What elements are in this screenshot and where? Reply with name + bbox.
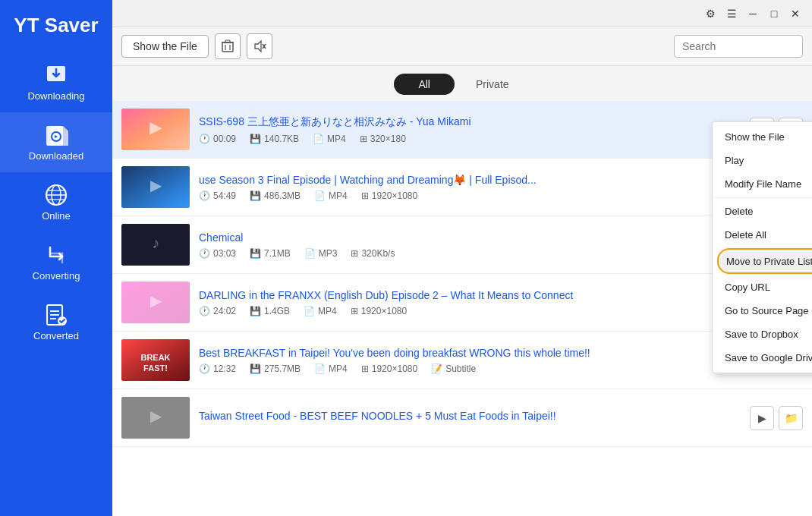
item-resolution: ⊞ 320Kb/s (351, 248, 395, 259)
downloaded-icon (44, 123, 68, 147)
clock-icon: 🕐 (199, 306, 210, 316)
clock-icon: 🕐 (199, 190, 210, 201)
sidebar: YT Saver Downloading Downloaded (0, 0, 112, 516)
item-size: 💾 1.4GB (250, 306, 290, 316)
svg-text:BREAK: BREAK (140, 353, 170, 362)
context-play[interactable]: Play (713, 149, 812, 172)
clock-icon: 🕐 (199, 248, 210, 259)
search-input[interactable] (674, 35, 803, 58)
svg-text:▶: ▶ (149, 118, 162, 137)
list-item: ▶ SSIS-698 三上悠亜と新ありなと相沢みなみ - Yua Mikami … (112, 101, 812, 159)
item-info: Chemical 🕐 03:03 💾 7.1MB 📄 MP3 (199, 231, 744, 259)
item-thumbnail: ▶ (121, 282, 190, 323)
tab-private[interactable]: Private (455, 74, 530, 95)
item-title: Best BREAKFAST in Taipei! You've been do… (199, 347, 639, 359)
maximize-button[interactable]: □ (763, 3, 785, 24)
context-delete[interactable]: Delete (713, 200, 812, 223)
size-icon: 💾 (250, 248, 261, 259)
sidebar-item-online[interactable]: Online (0, 172, 112, 232)
item-thumbnail: ▶ (121, 397, 190, 439)
list-item: ▶ DARLING in the FRANXX (English Dub) Ep… (112, 274, 812, 332)
res-icon: ⊞ (360, 134, 367, 144)
clock-icon: 🕐 (199, 363, 210, 374)
format-icon: 📄 (313, 134, 324, 144)
sidebar-item-downloading-label: Downloading (27, 90, 84, 102)
svg-text:▶: ▶ (150, 292, 162, 309)
item-format: 📄 MP3 (304, 248, 338, 259)
list-item: ▶ use Season 3 Final Episode | Watching … (112, 159, 812, 216)
size-icon: 💾 (250, 134, 261, 144)
item-size: 💾 7.1MB (250, 248, 291, 259)
show-file-button[interactable]: Show the File (121, 35, 209, 58)
context-show-file[interactable]: Show the File (713, 125, 812, 149)
context-divider (713, 197, 812, 198)
sidebar-item-converting-label: Converting (33, 270, 80, 282)
context-modify-name[interactable]: Modify File Name (713, 172, 812, 196)
context-save-dropbox[interactable]: Save to Dropbox (713, 322, 812, 346)
item-thumbnail: BREAK FAST! (121, 339, 190, 381)
item-resolution: ⊞ 1920×1080 (361, 190, 417, 201)
item-format: 📄 MP4 (314, 363, 348, 374)
svg-rect-1 (49, 81, 64, 83)
res-icon: ⊞ (351, 306, 358, 316)
svg-rect-19 (225, 40, 230, 42)
delete-button[interactable] (215, 33, 241, 59)
item-info: Taiwan Street Food - BEST BEEF NOODLES +… (199, 410, 744, 426)
item-format: 📄 MP4 (313, 134, 346, 144)
minimize-button[interactable]: ─ (742, 3, 763, 24)
size-icon: 💾 (250, 306, 261, 316)
context-copy-url[interactable]: Copy URL (713, 275, 812, 299)
downloads-list: ▶ SSIS-698 三上悠亜と新ありなと相沢みなみ - Yua Mikami … (112, 101, 812, 516)
folder-button[interactable]: 📁 (779, 406, 803, 430)
item-title: Chemical (199, 231, 639, 244)
item-title: SSIS-698 三上悠亜と新ありなと相沢みなみ - Yua Mikami (199, 115, 639, 129)
nosound-button[interactable] (247, 33, 272, 59)
sidebar-item-downloading[interactable]: Downloading (0, 52, 112, 112)
item-info: use Season 3 Final Episode | Watching an… (199, 174, 744, 201)
menu-button[interactable]: ☰ (721, 3, 742, 24)
item-size: 💾 275.7MB (250, 363, 301, 374)
close-button[interactable]: ✕ (785, 3, 806, 24)
item-thumbnail: ▶ (121, 109, 190, 150)
sidebar-item-converted-label: Converted (33, 330, 79, 341)
item-duration: 🕐 03:03 (199, 248, 236, 259)
app-logo: YT Saver (0, 0, 112, 52)
res-icon: ⊞ (351, 248, 358, 259)
context-delete-all[interactable]: Delete All (713, 223, 812, 247)
item-duration: 🕐 54:49 (199, 190, 236, 201)
toolbar: Show the File (112, 27, 812, 66)
format-icon: 📄 (304, 306, 315, 316)
sidebar-item-converting[interactable]: Converting (0, 232, 112, 292)
item-title: use Season 3 Final Episode | Watching an… (199, 174, 639, 186)
sidebar-item-online-label: Online (42, 210, 71, 222)
item-resolution: ⊞ 320×180 (360, 134, 406, 144)
item-resolution: ⊞ 1920×1080 (351, 306, 407, 316)
main-content: ⚙ ☰ ─ □ ✕ Show the File Al (112, 0, 812, 516)
tab-all[interactable]: All (394, 74, 455, 95)
item-meta: 🕐 12:32 💾 275.7MB 📄 MP4 ⊞ 1920×1080 (199, 363, 744, 374)
sidebar-item-downloaded[interactable]: Downloaded (0, 112, 112, 172)
converting-icon (44, 243, 68, 267)
tabs-bar: All Private (112, 66, 812, 101)
size-icon: 💾 (250, 190, 261, 201)
svg-text:♪: ♪ (152, 234, 159, 251)
item-meta: 🕐 54:49 💾 486.3MB 📄 MP4 ⊞ 1920×1080 (199, 190, 744, 201)
context-move-private[interactable]: Move to Private List › (717, 248, 812, 274)
svg-text:▶: ▶ (150, 407, 162, 424)
sidebar-item-converted[interactable]: Converted (0, 292, 112, 352)
item-title: Taiwan Street Food - BEST BEEF NOODLES +… (199, 410, 639, 422)
size-icon: 💾 (250, 363, 261, 374)
settings-button[interactable]: ⚙ (700, 3, 721, 24)
svg-text:▶: ▶ (150, 177, 162, 194)
item-duration: 🕐 24:02 (199, 306, 236, 316)
item-format: 📄 MP4 (314, 190, 348, 201)
downloading-icon (44, 63, 68, 87)
title-bar: ⚙ ☰ ─ □ ✕ (112, 0, 812, 27)
svg-text:FAST!: FAST! (143, 363, 168, 373)
list-item: BREAK FAST! Best BREAKFAST in Taipei! Yo… (112, 332, 812, 389)
context-go-source[interactable]: Go to Source Page (713, 299, 812, 322)
item-actions: ▶ 📁 (750, 406, 803, 430)
subtitle-icon: 📝 (431, 363, 442, 374)
play-button[interactable]: ▶ (750, 406, 774, 430)
context-save-gdrive[interactable]: Save to Google Drive (713, 346, 812, 370)
